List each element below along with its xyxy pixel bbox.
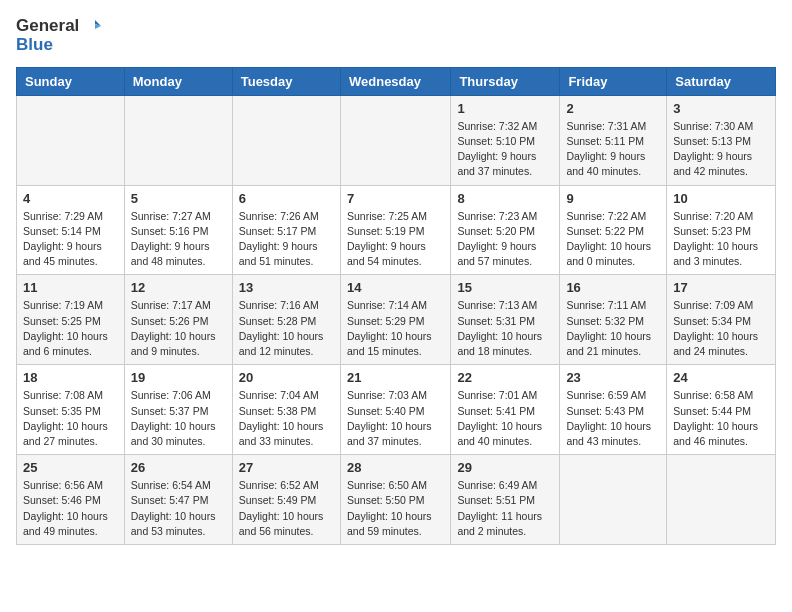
day-info: Sunrise: 6:58 AM Sunset: 5:44 PM Dayligh… <box>673 388 769 449</box>
day-info: Sunrise: 7:16 AM Sunset: 5:28 PM Dayligh… <box>239 298 334 359</box>
calendar-cell <box>124 95 232 185</box>
day-number: 3 <box>673 101 769 116</box>
weekday-header-friday: Friday <box>560 67 667 95</box>
calendar-cell: 29Sunrise: 6:49 AM Sunset: 5:51 PM Dayli… <box>451 455 560 545</box>
day-number: 10 <box>673 191 769 206</box>
calendar-cell: 26Sunrise: 6:54 AM Sunset: 5:47 PM Dayli… <box>124 455 232 545</box>
day-info: Sunrise: 6:56 AM Sunset: 5:46 PM Dayligh… <box>23 478 118 539</box>
day-number: 14 <box>347 280 444 295</box>
logo: General Blue <box>16 16 101 55</box>
week-row-4: 18Sunrise: 7:08 AM Sunset: 5:35 PM Dayli… <box>17 365 776 455</box>
day-info: Sunrise: 6:50 AM Sunset: 5:50 PM Dayligh… <box>347 478 444 539</box>
logo-general: General <box>16 17 79 36</box>
calendar-cell <box>232 95 340 185</box>
day-number: 7 <box>347 191 444 206</box>
weekday-header-row: SundayMondayTuesdayWednesdayThursdayFrid… <box>17 67 776 95</box>
day-number: 1 <box>457 101 553 116</box>
calendar-cell: 28Sunrise: 6:50 AM Sunset: 5:50 PM Dayli… <box>340 455 450 545</box>
calendar-cell: 16Sunrise: 7:11 AM Sunset: 5:32 PM Dayli… <box>560 275 667 365</box>
day-info: Sunrise: 7:17 AM Sunset: 5:26 PM Dayligh… <box>131 298 226 359</box>
day-info: Sunrise: 7:03 AM Sunset: 5:40 PM Dayligh… <box>347 388 444 449</box>
calendar-cell: 8Sunrise: 7:23 AM Sunset: 5:20 PM Daylig… <box>451 185 560 275</box>
day-info: Sunrise: 7:29 AM Sunset: 5:14 PM Dayligh… <box>23 209 118 270</box>
day-number: 20 <box>239 370 334 385</box>
day-number: 22 <box>457 370 553 385</box>
day-info: Sunrise: 6:49 AM Sunset: 5:51 PM Dayligh… <box>457 478 553 539</box>
calendar-cell: 14Sunrise: 7:14 AM Sunset: 5:29 PM Dayli… <box>340 275 450 365</box>
calendar-cell: 13Sunrise: 7:16 AM Sunset: 5:28 PM Dayli… <box>232 275 340 365</box>
calendar-cell: 9Sunrise: 7:22 AM Sunset: 5:22 PM Daylig… <box>560 185 667 275</box>
day-info: Sunrise: 7:23 AM Sunset: 5:20 PM Dayligh… <box>457 209 553 270</box>
week-row-5: 25Sunrise: 6:56 AM Sunset: 5:46 PM Dayli… <box>17 455 776 545</box>
day-number: 13 <box>239 280 334 295</box>
day-number: 5 <box>131 191 226 206</box>
day-number: 4 <box>23 191 118 206</box>
weekday-header-saturday: Saturday <box>667 67 776 95</box>
calendar-cell: 21Sunrise: 7:03 AM Sunset: 5:40 PM Dayli… <box>340 365 450 455</box>
day-info: Sunrise: 7:27 AM Sunset: 5:16 PM Dayligh… <box>131 209 226 270</box>
day-number: 2 <box>566 101 660 116</box>
day-number: 12 <box>131 280 226 295</box>
day-number: 15 <box>457 280 553 295</box>
calendar-cell: 10Sunrise: 7:20 AM Sunset: 5:23 PM Dayli… <box>667 185 776 275</box>
day-info: Sunrise: 7:11 AM Sunset: 5:32 PM Dayligh… <box>566 298 660 359</box>
day-info: Sunrise: 7:13 AM Sunset: 5:31 PM Dayligh… <box>457 298 553 359</box>
calendar-cell <box>667 455 776 545</box>
weekday-header-sunday: Sunday <box>17 67 125 95</box>
week-row-1: 1Sunrise: 7:32 AM Sunset: 5:10 PM Daylig… <box>17 95 776 185</box>
calendar-cell: 22Sunrise: 7:01 AM Sunset: 5:41 PM Dayli… <box>451 365 560 455</box>
day-number: 21 <box>347 370 444 385</box>
logo-text: General Blue <box>16 16 101 55</box>
calendar-cell <box>17 95 125 185</box>
calendar-cell: 17Sunrise: 7:09 AM Sunset: 5:34 PM Dayli… <box>667 275 776 365</box>
calendar-table: SundayMondayTuesdayWednesdayThursdayFrid… <box>16 67 776 545</box>
day-info: Sunrise: 7:04 AM Sunset: 5:38 PM Dayligh… <box>239 388 334 449</box>
weekday-header-tuesday: Tuesday <box>232 67 340 95</box>
day-info: Sunrise: 7:14 AM Sunset: 5:29 PM Dayligh… <box>347 298 444 359</box>
day-info: Sunrise: 7:30 AM Sunset: 5:13 PM Dayligh… <box>673 119 769 180</box>
day-info: Sunrise: 7:31 AM Sunset: 5:11 PM Dayligh… <box>566 119 660 180</box>
day-info: Sunrise: 7:08 AM Sunset: 5:35 PM Dayligh… <box>23 388 118 449</box>
calendar-cell: 5Sunrise: 7:27 AM Sunset: 5:16 PM Daylig… <box>124 185 232 275</box>
calendar-cell: 7Sunrise: 7:25 AM Sunset: 5:19 PM Daylig… <box>340 185 450 275</box>
logo-blue: Blue <box>16 35 53 54</box>
day-number: 28 <box>347 460 444 475</box>
calendar-cell: 6Sunrise: 7:26 AM Sunset: 5:17 PM Daylig… <box>232 185 340 275</box>
day-number: 9 <box>566 191 660 206</box>
day-info: Sunrise: 7:09 AM Sunset: 5:34 PM Dayligh… <box>673 298 769 359</box>
day-number: 26 <box>131 460 226 475</box>
calendar-cell: 1Sunrise: 7:32 AM Sunset: 5:10 PM Daylig… <box>451 95 560 185</box>
day-info: Sunrise: 7:20 AM Sunset: 5:23 PM Dayligh… <box>673 209 769 270</box>
calendar-cell: 3Sunrise: 7:30 AM Sunset: 5:13 PM Daylig… <box>667 95 776 185</box>
day-number: 17 <box>673 280 769 295</box>
day-info: Sunrise: 6:59 AM Sunset: 5:43 PM Dayligh… <box>566 388 660 449</box>
calendar-cell: 2Sunrise: 7:31 AM Sunset: 5:11 PM Daylig… <box>560 95 667 185</box>
day-number: 11 <box>23 280 118 295</box>
calendar-cell: 18Sunrise: 7:08 AM Sunset: 5:35 PM Dayli… <box>17 365 125 455</box>
calendar-cell <box>560 455 667 545</box>
calendar-cell <box>340 95 450 185</box>
day-number: 16 <box>566 280 660 295</box>
calendar-cell: 25Sunrise: 6:56 AM Sunset: 5:46 PM Dayli… <box>17 455 125 545</box>
page-header: General Blue <box>16 16 776 55</box>
week-row-3: 11Sunrise: 7:19 AM Sunset: 5:25 PM Dayli… <box>17 275 776 365</box>
week-row-2: 4Sunrise: 7:29 AM Sunset: 5:14 PM Daylig… <box>17 185 776 275</box>
calendar-cell: 20Sunrise: 7:04 AM Sunset: 5:38 PM Dayli… <box>232 365 340 455</box>
day-info: Sunrise: 7:06 AM Sunset: 5:37 PM Dayligh… <box>131 388 226 449</box>
day-info: Sunrise: 7:22 AM Sunset: 5:22 PM Dayligh… <box>566 209 660 270</box>
day-number: 6 <box>239 191 334 206</box>
day-number: 25 <box>23 460 118 475</box>
day-number: 8 <box>457 191 553 206</box>
calendar-cell: 11Sunrise: 7:19 AM Sunset: 5:25 PM Dayli… <box>17 275 125 365</box>
day-number: 29 <box>457 460 553 475</box>
weekday-header-monday: Monday <box>124 67 232 95</box>
day-info: Sunrise: 7:25 AM Sunset: 5:19 PM Dayligh… <box>347 209 444 270</box>
day-info: Sunrise: 7:32 AM Sunset: 5:10 PM Dayligh… <box>457 119 553 180</box>
calendar-cell: 24Sunrise: 6:58 AM Sunset: 5:44 PM Dayli… <box>667 365 776 455</box>
day-number: 18 <box>23 370 118 385</box>
day-number: 27 <box>239 460 334 475</box>
day-info: Sunrise: 7:01 AM Sunset: 5:41 PM Dayligh… <box>457 388 553 449</box>
weekday-header-wednesday: Wednesday <box>340 67 450 95</box>
calendar-cell: 23Sunrise: 6:59 AM Sunset: 5:43 PM Dayli… <box>560 365 667 455</box>
weekday-header-thursday: Thursday <box>451 67 560 95</box>
